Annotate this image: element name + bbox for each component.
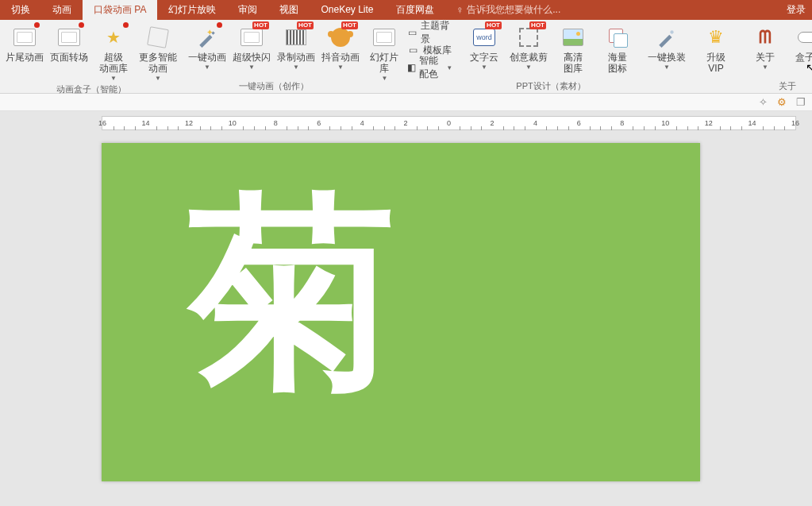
ruler-label: 4 xyxy=(533,119,537,127)
ruler-label: 2 xyxy=(403,119,407,127)
lbl-upgrade-vip: 升级 VIP xyxy=(706,52,725,74)
group-label-about: 关于 xyxy=(745,79,812,93)
ruler-label: 0 xyxy=(447,119,451,127)
slide-canvas[interactable]: 菊 xyxy=(102,143,700,481)
palette-icon: ◧ xyxy=(407,61,416,74)
group-slide-library: 幻灯片库 ▼ ▭ 主题背景 ▭ 模板库 ◧ 智能配色 ▾ xyxy=(365,20,460,93)
group-label-empty1 xyxy=(370,82,455,93)
lbl-douyin-anim: 抖音动画 xyxy=(321,52,360,63)
hot-badge: HOT xyxy=(252,21,269,29)
chevron-down-icon: ▼ xyxy=(248,64,255,71)
btn-smart-color[interactable]: ◧ 智能配色 ▾ xyxy=(404,60,455,75)
btn-douyin-anim[interactable]: HOT 抖音动画 ▼ xyxy=(321,23,360,71)
slide-text-glyph[interactable]: 菊 xyxy=(189,191,395,421)
lbl-hd-images: 高清 图库 xyxy=(564,52,583,74)
group-about: ᗰ 关于 ▼ 盒子版 ↖ 关于 xyxy=(741,20,812,93)
chevron-down-icon: ▼ xyxy=(110,75,117,82)
btn-mass-icons[interactable]: 海量 图标 xyxy=(598,23,637,74)
tab-pocket-animation[interactable]: 口袋动画 PA xyxy=(83,0,157,20)
ruler-label: 12 xyxy=(185,119,193,127)
logo-icon: ᗰ xyxy=(759,27,772,48)
ruler-label: 8 xyxy=(274,119,278,127)
chevron-down-icon: ▼ xyxy=(155,75,161,82)
btn-upgrade-vip[interactable]: ♛ 升级 VIP xyxy=(696,23,736,74)
svg-point-0 xyxy=(670,30,673,33)
hot-badge: HOT xyxy=(529,21,546,29)
chevron-down-icon: ▼ xyxy=(762,64,768,71)
ruler-label: 14 xyxy=(748,119,756,127)
ruler-label: 6 xyxy=(317,119,321,127)
chevron-down-icon: ▾ xyxy=(448,64,452,71)
cursor-icon: ↖ xyxy=(806,61,812,74)
chevron-down-icon: ▼ xyxy=(204,64,210,71)
lbl-super-anim-lib: 超级 动画库 xyxy=(99,52,128,74)
ruler-label: 12 xyxy=(705,119,713,127)
chevron-down-icon: ▼ xyxy=(664,64,670,71)
login-link[interactable]: 登录 xyxy=(787,0,806,20)
group-ppt-design: wordHOT 文字云 ▼ HOT 创意裁剪 ▼ 高清 图库 海量 图标 PPT… xyxy=(460,20,642,93)
lbl-super-flash: 超级快闪 xyxy=(233,52,271,63)
lbl-more-smart-anim: 更多智能 动画 xyxy=(139,52,177,74)
group-label-one-click: 一键动画（创作） xyxy=(187,79,360,93)
ribbon-collapse-strip: ✧ ⚙ ❐ xyxy=(0,94,812,111)
tab-switch[interactable]: 切换 xyxy=(0,0,41,20)
hot-badge: HOT xyxy=(485,21,502,29)
horizontal-ruler: 1614121086420246810121416 xyxy=(102,116,796,130)
group-label-anim-box: 动画盒子（智能） xyxy=(5,82,178,96)
ruler-label: 16 xyxy=(98,119,106,127)
tab-onekey-lite[interactable]: OneKey Lite xyxy=(310,0,384,20)
btn-slide-library[interactable]: 幻灯片库 ▼ xyxy=(370,23,399,82)
lbl-one-click-restyle: 一键换装 xyxy=(648,52,686,63)
btn-about[interactable]: ᗰ 关于 ▼ xyxy=(745,23,785,71)
tab-baidu-netdisk[interactable]: 百度网盘 xyxy=(385,0,445,20)
btn-record-anim[interactable]: HOT 录制动画 ▼ xyxy=(276,23,316,71)
ruler-label: 10 xyxy=(229,119,237,127)
btn-hd-images[interactable]: 高清 图库 xyxy=(553,23,593,74)
theme-icon: ▭ xyxy=(407,26,418,39)
ribbon: 片尾动画 页面转场 ★ 超级 动画库 ▼ 更多智能 动画 ▼ 动画盒子（智能） xyxy=(0,20,812,94)
lbl-box-edition: 盒子版 xyxy=(795,52,812,63)
ruler-label: 6 xyxy=(577,119,581,127)
btn-super-flash[interactable]: HOT 超级快闪 ▼ xyxy=(232,23,271,71)
lbl-smart-color: 智能配色 xyxy=(419,54,443,81)
lbl-creative-crop: 创意裁剪 xyxy=(510,52,548,63)
btn-box-edition[interactable]: 盒子版 ↖ xyxy=(790,23,812,63)
lbl-word-cloud: 文字云 xyxy=(470,52,498,63)
btn-theme-background[interactable]: ▭ 主题背景 xyxy=(404,25,455,41)
lbl-page-transition: 页面转场 xyxy=(50,52,88,63)
ruler-label: 16 xyxy=(791,119,799,127)
ruler-label: 8 xyxy=(620,119,624,127)
tab-view[interactable]: 视图 xyxy=(268,0,310,20)
chevron-down-icon: ▼ xyxy=(481,64,487,71)
gear-icon[interactable]: ⚙ xyxy=(775,96,788,109)
lbl-slide-library: 幻灯片库 xyxy=(370,52,399,74)
hot-badge: HOT xyxy=(297,21,314,29)
group-animation-box: 片尾动画 页面转场 ★ 超级 动画库 ▼ 更多智能 动画 ▼ 动画盒子（智能） xyxy=(0,20,183,93)
slide-workspace: 1614121086420246810121416 菊 xyxy=(0,111,812,506)
btn-word-cloud[interactable]: wordHOT 文字云 ▼ xyxy=(464,23,504,71)
btn-more-smart-anim[interactable]: 更多智能 动画 ▼ xyxy=(138,23,178,82)
ruler-label: 10 xyxy=(661,119,669,127)
tab-animation[interactable]: 动画 xyxy=(41,0,83,20)
btn-one-click-restyle[interactable]: 一键换装 ▼ xyxy=(647,23,687,71)
group-label-empty2 xyxy=(647,79,687,93)
btn-creative-crop[interactable]: HOT 创意裁剪 ▼ xyxy=(509,23,548,71)
group-vip: ♛ 升级 VIP xyxy=(691,20,741,93)
group-one-click-anim: 一键动画 ▼ HOT 超级快闪 ▼ HOT 录制动画 ▼ HOT 抖音动画 ▼ … xyxy=(183,20,365,93)
lbl-one-click-anim: 一键动画 xyxy=(188,52,226,63)
ruler-label: 4 xyxy=(360,119,364,127)
chevron-down-icon: ▼ xyxy=(337,64,344,71)
toggle-icon xyxy=(798,32,812,43)
tell-me-search[interactable]: ♀ 告诉我您想要做什么... xyxy=(445,0,561,20)
btn-super-anim-lib[interactable]: ★ 超级 动画库 ▼ xyxy=(94,23,133,82)
btn-page-transition[interactable]: 页面转场 xyxy=(49,23,89,63)
btn-end-animation[interactable]: 片尾动画 xyxy=(5,23,44,63)
tab-slideshow[interactable]: 幻灯片放映 xyxy=(157,0,227,20)
chevron-down-icon: ▼ xyxy=(525,64,532,71)
btn-one-click-anim[interactable]: 一键动画 ▼ xyxy=(187,23,227,71)
tab-review[interactable]: 审阅 xyxy=(227,0,268,20)
restore-window-icon[interactable]: ❐ xyxy=(795,96,807,109)
tell-me-text: 告诉我您想要做什么... xyxy=(467,3,560,17)
lbl-about: 关于 xyxy=(756,52,775,63)
pin-icon[interactable]: ✧ xyxy=(756,96,769,109)
